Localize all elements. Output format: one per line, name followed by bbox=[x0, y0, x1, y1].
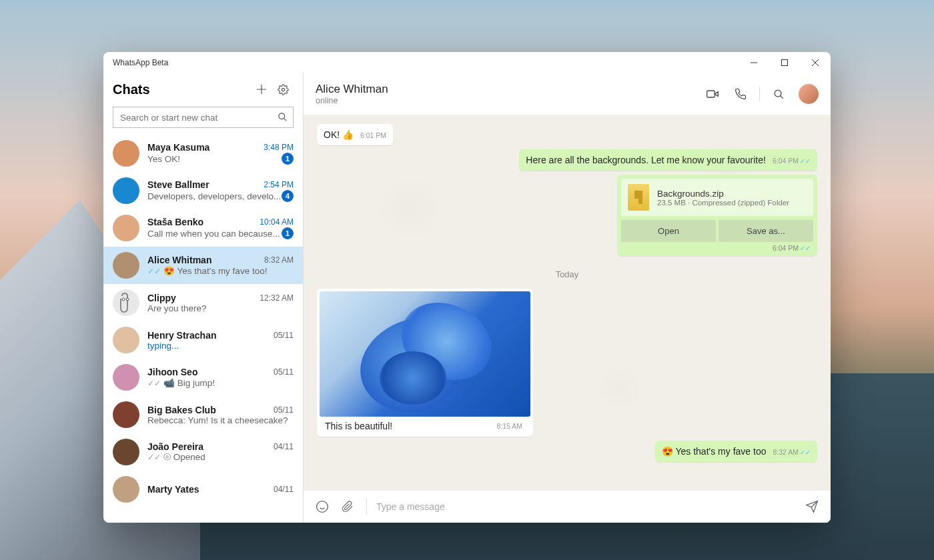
date-divider: Today bbox=[317, 269, 817, 279]
chat-time: 3:48 PM bbox=[264, 143, 294, 152]
chat-name: Henry Strachan bbox=[147, 330, 274, 341]
conversation-pane: Alice Whitman online OK! 👍 6:01 PM bbox=[304, 73, 831, 523]
message-out[interactable]: 😍 Yes that's my fave too 8:32 AM✓✓ bbox=[655, 441, 817, 462]
svg-point-7 bbox=[279, 113, 285, 119]
message-input[interactable] bbox=[376, 501, 796, 512]
message-time: 6:04 PM✓✓ bbox=[773, 157, 811, 165]
unread-badge: 4 bbox=[282, 190, 294, 202]
search-input[interactable] bbox=[113, 113, 293, 123]
avatar bbox=[113, 140, 139, 167]
svg-rect-1 bbox=[782, 60, 788, 66]
svg-point-15 bbox=[317, 501, 328, 513]
zip-file-icon bbox=[628, 184, 649, 211]
composer bbox=[304, 491, 831, 523]
chat-item[interactable]: Big Bakes Club05/11Rebecca: Yum! Is it a… bbox=[103, 396, 303, 433]
message-out[interactable]: Here are all the backgrounds. Let me kno… bbox=[519, 149, 817, 171]
chat-time: 04/11 bbox=[274, 485, 294, 494]
chat-item[interactable]: Henry Strachan05/11typing... bbox=[103, 321, 303, 359]
chat-item[interactable]: Alice Whitman8:32 AM✓✓😍 Yes that's my fa… bbox=[103, 247, 303, 284]
chat-time: 05/11 bbox=[274, 367, 294, 377]
video-call-button[interactable] bbox=[699, 81, 726, 107]
search-box[interactable] bbox=[113, 107, 294, 128]
unread-badge: 1 bbox=[282, 153, 294, 165]
sidebar: Chats Maya Kasuma3:48 PMYes OK!1Steve Ba… bbox=[103, 73, 304, 523]
avatar bbox=[113, 327, 139, 353]
profile-avatar[interactable] bbox=[799, 84, 819, 104]
svg-point-13 bbox=[775, 90, 781, 97]
chat-item[interactable]: Maya Kasuma3:48 PMYes OK!1 bbox=[103, 135, 303, 172]
chat-time: 05/11 bbox=[274, 405, 294, 415]
avatar bbox=[113, 401, 139, 428]
svg-rect-11 bbox=[707, 91, 715, 97]
window-title: WhatsApp Beta bbox=[113, 58, 168, 67]
chat-name: Big Bakes Club bbox=[147, 405, 274, 415]
voice-call-button[interactable] bbox=[727, 81, 754, 107]
chat-item[interactable]: Steve Ballmer2:54 PMDevelopers, develope… bbox=[103, 172, 303, 209]
message-image[interactable]: This is beautiful! 8:15 AM bbox=[317, 289, 533, 437]
chat-name: Marty Yates bbox=[147, 484, 274, 495]
delivered-tick-icon: ✓✓ bbox=[147, 453, 161, 462]
chat-item[interactable]: Staša Benko10:04 AMCall me when you can … bbox=[103, 209, 303, 247]
emoji-button[interactable] bbox=[313, 497, 332, 516]
chat-name: Staša Benko bbox=[147, 217, 260, 227]
svg-line-8 bbox=[284, 118, 286, 121]
maximize-button[interactable] bbox=[769, 52, 800, 73]
contact-name: Alice Whitman bbox=[316, 83, 699, 96]
save-as-button[interactable]: Save as... bbox=[719, 220, 813, 242]
read-tick-icon: ✓✓ bbox=[800, 449, 811, 456]
chat-item[interactable]: Marty Yates04/11 bbox=[103, 471, 303, 508]
chat-time: 05/11 bbox=[274, 331, 294, 340]
avatar bbox=[113, 476, 139, 503]
avatar bbox=[113, 215, 139, 241]
unread-badge: 1 bbox=[282, 227, 294, 239]
image-preview[interactable] bbox=[320, 291, 530, 417]
avatar bbox=[113, 177, 139, 204]
chat-name: Maya Kasuma bbox=[147, 142, 264, 153]
close-button[interactable] bbox=[800, 52, 831, 73]
chat-time: 04/11 bbox=[274, 442, 294, 451]
chat-name: Alice Whitman bbox=[147, 255, 264, 265]
titlebar: WhatsApp Beta bbox=[103, 52, 831, 73]
chat-name: Steve Ballmer bbox=[147, 179, 264, 190]
attach-button[interactable] bbox=[338, 497, 357, 516]
chat-preview: Are you there? bbox=[147, 303, 294, 313]
search-in-chat-button[interactable] bbox=[765, 81, 792, 107]
svg-point-6 bbox=[282, 88, 284, 91]
minimize-button[interactable] bbox=[739, 52, 769, 73]
chat-preview: Rebecca: Yum! Is it a cheesecake? bbox=[147, 415, 294, 425]
conversation-header: Alice Whitman online bbox=[304, 73, 831, 115]
chat-name: João Pereira bbox=[147, 441, 274, 452]
chat-preview: ✓✓📹 Big jump! bbox=[147, 377, 294, 388]
avatar bbox=[113, 252, 139, 279]
svg-line-14 bbox=[780, 95, 783, 98]
svg-marker-12 bbox=[715, 92, 718, 97]
chat-item[interactable]: Clippy12:32 AMAre you there? bbox=[103, 284, 303, 321]
chat-item[interactable]: Jihoon Seo05/11✓✓📹 Big jump! bbox=[103, 359, 303, 396]
avatar bbox=[113, 364, 139, 391]
message-in[interactable]: OK! 👍 6:01 PM bbox=[317, 124, 393, 145]
read-tick-icon: ✓✓ bbox=[800, 157, 811, 165]
open-file-button[interactable]: Open bbox=[621, 220, 716, 242]
chat-preview: ✓✓😍 Yes that's my fave too! bbox=[147, 265, 294, 276]
new-chat-button[interactable] bbox=[251, 79, 272, 100]
message-time: 6:04 PM✓✓ bbox=[621, 242, 813, 252]
read-tick-icon: ✓✓ bbox=[147, 267, 161, 276]
settings-button[interactable] bbox=[272, 79, 294, 100]
chat-preview: Developers, developers, develo... bbox=[147, 191, 282, 201]
file-meta: 23.5 MB · Compressed (zipped) Folder bbox=[657, 199, 789, 207]
chat-time: 2:54 PM bbox=[264, 180, 294, 189]
app-window: WhatsApp Beta Chats Maya Kasuma3:48 PMYe… bbox=[103, 52, 831, 523]
contact-status: online bbox=[316, 96, 699, 105]
message-time: 8:15 AM bbox=[496, 422, 522, 430]
chat-list[interactable]: Maya Kasuma3:48 PMYes OK!1Steve Ballmer2… bbox=[103, 135, 303, 523]
delivered-tick-icon: ✓✓ bbox=[147, 379, 161, 388]
send-button[interactable] bbox=[803, 497, 821, 516]
messages-area[interactable]: OK! 👍 6:01 PM Here are all the backgroun… bbox=[304, 115, 831, 491]
chat-item[interactable]: João Pereira04/11✓✓⦾ Opened bbox=[103, 433, 303, 471]
chat-time: 12:32 AM bbox=[260, 293, 294, 303]
read-tick-icon: ✓✓ bbox=[800, 245, 811, 252]
svg-point-9 bbox=[122, 298, 125, 301]
sidebar-title: Chats bbox=[113, 82, 251, 97]
message-time: 8:32 AM✓✓ bbox=[773, 448, 811, 456]
message-attachment[interactable]: Backgrounds.zip 23.5 MB · Compressed (zi… bbox=[617, 175, 817, 256]
